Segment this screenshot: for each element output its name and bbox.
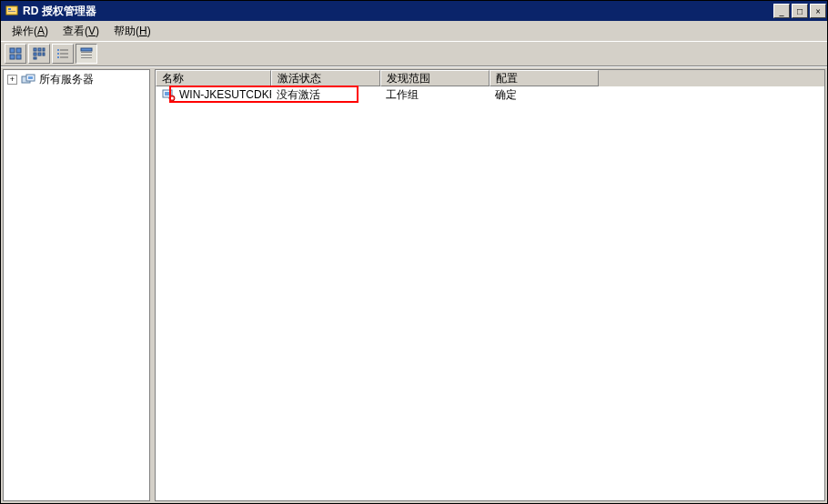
svg-rect-3 bbox=[10, 48, 15, 53]
list-header: 名称 激活状态 发现范围 配置 bbox=[156, 70, 824, 86]
svg-rect-10 bbox=[34, 53, 36, 55]
column-header-name[interactable]: 名称 bbox=[156, 70, 271, 86]
tree-root-row[interactable]: + 所有服务器 bbox=[4, 70, 149, 89]
toolbar bbox=[1, 41, 827, 66]
column-header-scope[interactable]: 发现范围 bbox=[380, 70, 490, 86]
svg-rect-1 bbox=[8, 8, 11, 10]
svg-rect-28 bbox=[165, 92, 170, 96]
svg-rect-14 bbox=[57, 49, 59, 51]
cell-name: WIN-JKESUTCDKFE bbox=[156, 88, 271, 101]
maximize-button[interactable]: □ bbox=[792, 4, 808, 18]
svg-rect-9 bbox=[43, 48, 45, 51]
svg-rect-16 bbox=[57, 53, 59, 55]
svg-rect-5 bbox=[10, 55, 15, 59]
svg-rect-8 bbox=[38, 48, 41, 51]
servers-icon bbox=[21, 74, 35, 86]
svg-rect-18 bbox=[57, 56, 59, 58]
toolbar-small-icons[interactable] bbox=[28, 44, 50, 64]
list-body[interactable]: WIN-JKESUTCDKFE 没有激活 工作组 确定 bbox=[156, 86, 824, 500]
table-row[interactable]: WIN-JKESUTCDKFE 没有激活 工作组 确定 bbox=[156, 86, 824, 103]
content-area: + 所有服务器 名称 激活状态 发现范围 配置 bbox=[1, 66, 827, 503]
svg-rect-4 bbox=[16, 48, 21, 53]
toolbar-large-icons[interactable] bbox=[5, 44, 26, 64]
window-controls: _ □ × bbox=[772, 2, 827, 20]
toolbar-list-view[interactable] bbox=[52, 44, 74, 64]
svg-rect-7 bbox=[34, 48, 36, 51]
window-title: RD 授权管理器 bbox=[23, 4, 772, 19]
tree-expand-icon[interactable]: + bbox=[7, 75, 17, 85]
menu-action[interactable]: 操作(A) bbox=[5, 22, 56, 41]
svg-rect-2 bbox=[8, 11, 15, 12]
svg-rect-13 bbox=[34, 57, 36, 59]
svg-rect-15 bbox=[60, 50, 68, 51]
close-button[interactable]: × bbox=[810, 4, 826, 18]
app-icon bbox=[5, 4, 19, 18]
svg-rect-21 bbox=[81, 52, 92, 53]
toolbar-details-view[interactable] bbox=[76, 44, 97, 64]
window-root: RD 授权管理器 _ □ × 操作(A) 查看(V) 帮助(H) bbox=[0, 0, 828, 504]
svg-rect-6 bbox=[16, 55, 21, 59]
svg-rect-23 bbox=[81, 57, 92, 58]
tree-root-label: 所有服务器 bbox=[39, 72, 94, 87]
cell-config: 确定 bbox=[490, 87, 599, 103]
svg-rect-12 bbox=[43, 53, 45, 55]
svg-rect-0 bbox=[6, 6, 17, 15]
svg-rect-26 bbox=[28, 76, 33, 79]
cell-scope: 工作组 bbox=[380, 87, 490, 103]
svg-rect-20 bbox=[81, 48, 92, 51]
cell-activation: 没有激活 bbox=[271, 87, 380, 103]
minimize-button[interactable]: _ bbox=[773, 4, 790, 18]
tree-pane[interactable]: + 所有服务器 bbox=[3, 69, 150, 501]
menu-help[interactable]: 帮助(H) bbox=[106, 22, 158, 41]
list-pane: 名称 激活状态 发现范围 配置 bbox=[155, 69, 825, 501]
svg-rect-11 bbox=[38, 53, 41, 55]
cell-name-text: WIN-JKESUTCDKFE bbox=[179, 88, 271, 101]
server-icon bbox=[161, 88, 176, 101]
svg-rect-22 bbox=[81, 55, 92, 55]
svg-rect-17 bbox=[60, 54, 68, 55]
column-header-config[interactable]: 配置 bbox=[490, 70, 599, 86]
title-bar: RD 授权管理器 _ □ × bbox=[1, 1, 827, 21]
menu-bar: 操作(A) 查看(V) 帮助(H) bbox=[1, 21, 827, 41]
svg-rect-19 bbox=[60, 57, 68, 58]
column-header-activation[interactable]: 激活状态 bbox=[271, 70, 380, 86]
menu-view[interactable]: 查看(V) bbox=[56, 22, 106, 41]
